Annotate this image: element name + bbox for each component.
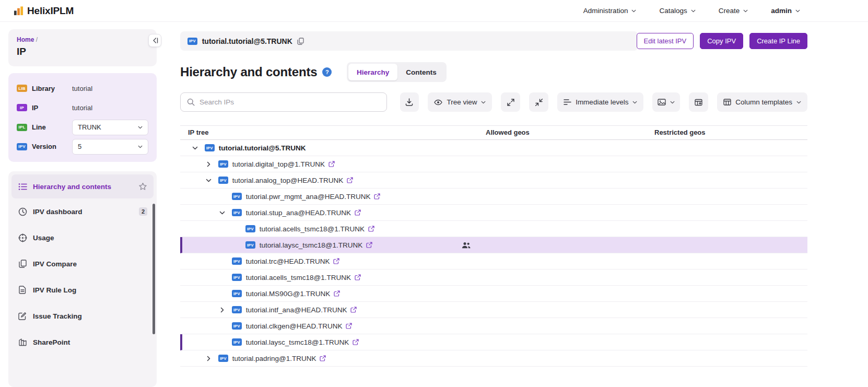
sidebar-collapse-button[interactable] <box>148 34 161 47</box>
menu-user-admin[interactable]: admin <box>771 7 800 15</box>
menu-administration[interactable]: Administration <box>583 7 637 15</box>
chevron-down-icon <box>691 9 696 13</box>
ip-name[interactable]: tutorial.analog_top@HEAD.TRUNK <box>232 177 344 184</box>
tree-row[interactable]: IPVtutorial.stup_ana@HEAD.TRUNK <box>180 205 807 221</box>
collapse-all-button[interactable] <box>529 92 548 112</box>
external-link-icon[interactable] <box>366 242 372 248</box>
sidebar-item-label: IPV Compare <box>33 260 77 268</box>
external-link-icon[interactable] <box>355 209 361 216</box>
copy-icon[interactable] <box>297 38 304 45</box>
star-icon[interactable] <box>138 182 147 191</box>
context-label: Library <box>32 85 63 92</box>
caret-right-icon[interactable] <box>203 159 214 169</box>
caret-right-icon[interactable] <box>203 353 214 363</box>
download-button[interactable] <box>400 92 419 112</box>
sidebar-item-usage[interactable]: Usage <box>11 225 154 251</box>
col-header-restricted-geos[interactable]: Restricted geos <box>654 128 706 136</box>
ip-name[interactable]: tutorial.laysc_tsmc18@1.TRUNK <box>246 338 349 346</box>
rule-log-icon <box>18 286 27 294</box>
ip-name[interactable]: tutorial.tutorial@5.TRUNK <box>219 144 306 152</box>
tab-hierarchy[interactable]: Hierarchy <box>348 64 397 80</box>
ipv-badge: IPV <box>205 144 215 151</box>
help-icon[interactable]: ? <box>322 67 332 77</box>
ip-name[interactable]: tutorial.clkgen@HEAD.TRUNK <box>246 322 343 330</box>
ip-name[interactable]: tutorial.pwr_mgmt_ana@HEAD.TRUNK <box>246 193 371 201</box>
ip-name[interactable]: tutorial.laysc_tsmc18@1.TRUNK <box>260 241 363 249</box>
ip-name[interactable]: tutorial.digital_top@1.TRUNK <box>232 160 325 168</box>
sidebar-item-ipv-rule-log[interactable]: IPV Rule Log <box>11 277 154 303</box>
external-link-icon[interactable] <box>346 323 352 329</box>
tree-row[interactable]: IPVtutorial.MS90G@1.TRUNK <box>180 286 807 302</box>
tree-row[interactable]: IPVtutorial.acells_tsmc18@1.TRUNK <box>180 269 807 286</box>
tab-contents[interactable]: Contents <box>397 64 445 80</box>
sidebar-scrollbar[interactable] <box>153 204 155 334</box>
sidebar-item-sharepoint[interactable]: SharePoint <box>11 329 154 355</box>
external-link-icon[interactable] <box>320 355 326 361</box>
sidebar-item-ipv-compare[interactable]: IPV Compare <box>11 251 154 277</box>
ip-name[interactable]: tutorial.trc@HEAD.TRUNK <box>246 257 330 265</box>
ip-name[interactable]: tutorial.acells_tsmc18@1.TRUNK <box>260 225 365 233</box>
menu-catalogs[interactable]: Catalogs <box>659 7 695 15</box>
caret-right-icon[interactable] <box>217 304 227 315</box>
caret-spacer <box>230 224 241 234</box>
external-link-icon[interactable] <box>347 177 353 183</box>
external-link-icon[interactable] <box>350 307 357 313</box>
chevron-down-icon <box>632 101 637 104</box>
tree-row[interactable]: IPVtutorial.laysc_tsmc18@1.TRUNK <box>180 237 807 253</box>
external-link-icon[interactable] <box>353 339 359 345</box>
column-templates-dropdown[interactable]: Column templates <box>717 92 807 112</box>
tree-row[interactable]: IPVtutorial.digital_top@1.TRUNK <box>180 156 807 172</box>
external-link-icon[interactable] <box>333 258 339 264</box>
tree-row[interactable]: IPVtutorial.analog_top@HEAD.TRUNK <box>180 172 807 189</box>
sidebar-item-issue-tracking[interactable]: Issue Tracking <box>11 303 154 329</box>
external-link-icon[interactable] <box>355 274 361 280</box>
ip-name[interactable]: tutorial.intf_ana@HEAD.TRUNK <box>246 306 347 314</box>
search-input[interactable] <box>200 98 380 106</box>
external-link-icon[interactable] <box>334 290 340 297</box>
image-columns-dropdown[interactable] <box>652 92 680 112</box>
external-link-icon[interactable] <box>329 161 335 167</box>
breadcrumb-home-link[interactable]: Home <box>17 36 34 43</box>
tree-row[interactable]: IPVtutorial.acells_tsmc18@1.TRUNK <box>180 221 807 237</box>
ip-name[interactable]: tutorial.stup_ana@HEAD.TRUNK <box>246 209 351 217</box>
menu-create[interactable]: Create <box>719 7 748 15</box>
tree-row[interactable]: IPVtutorial.intf_ana@HEAD.TRUNK <box>180 302 807 318</box>
ip-name[interactable]: tutorial.MS90G@1.TRUNK <box>246 290 331 298</box>
tree-row[interactable]: IPVtutorial.tutorial@5.TRUNK <box>180 140 807 156</box>
chevron-down-icon <box>670 101 675 104</box>
caret-down-icon[interactable] <box>203 175 214 185</box>
line-select[interactable]: TRUNK <box>72 120 148 135</box>
ip-name[interactable]: tutorial.acells_tsmc18@1.TRUNK <box>246 274 351 282</box>
version-select[interactable]: 5 <box>72 139 148 155</box>
col-header-allowed-geos[interactable]: Allowed geos <box>486 128 530 136</box>
tree-row[interactable]: IPVtutorial.trc@HEAD.TRUNK <box>180 253 807 269</box>
copy-ipv-button[interactable]: Copy IPV <box>700 33 743 49</box>
tree-row[interactable]: IPVtutorial.pwr_mgmt_ana@HEAD.TRUNK <box>180 189 807 205</box>
caret-down-icon[interactable] <box>217 207 227 218</box>
sidebar-item-hierarchy-and-contents[interactable]: Hierarchy and contents <box>11 174 154 198</box>
col-header-ip-tree[interactable]: IP tree <box>188 128 209 136</box>
ipv-badge: IPV <box>232 257 242 265</box>
tree-row[interactable]: IPVtutorial.padring@1.TRUNK <box>180 350 807 367</box>
tree-view-dropdown[interactable]: Tree view <box>428 92 492 112</box>
context-label: Line <box>32 123 63 131</box>
caret-spacer <box>217 321 227 331</box>
helix-iplm-logo[interactable]: HelixIPLM <box>14 5 74 17</box>
count-badge: 2 <box>139 207 147 216</box>
caret-down-icon[interactable] <box>190 143 200 153</box>
ip-name[interactable]: tutorial.padring@1.TRUNK <box>232 355 316 362</box>
expand-all-button[interactable] <box>501 92 520 112</box>
sidebar-item-ipv-dashboard[interactable]: IPV dashboard2 <box>11 198 154 225</box>
tree-row[interactable]: IPVtutorial.laysc_tsmc18@1.TRUNK <box>180 334 807 350</box>
ipv-badge: IPV <box>187 38 197 45</box>
external-link-icon[interactable] <box>368 226 374 232</box>
immediate-levels-dropdown[interactable]: Immediate levels <box>557 92 643 112</box>
column-templates-label: Column templates <box>735 98 792 106</box>
edit-latest-ipv-button[interactable]: Edit latest IPV <box>637 33 694 49</box>
external-link-icon[interactable] <box>374 193 380 200</box>
tree-row[interactable]: IPVtutorial.clkgen@HEAD.TRUNK <box>180 318 807 334</box>
ip-value: tutorial <box>72 104 92 112</box>
chevron-down-icon <box>138 145 143 148</box>
create-ip-line-button[interactable]: Create IP Line <box>749 33 807 49</box>
table-add-button[interactable] <box>689 92 708 112</box>
